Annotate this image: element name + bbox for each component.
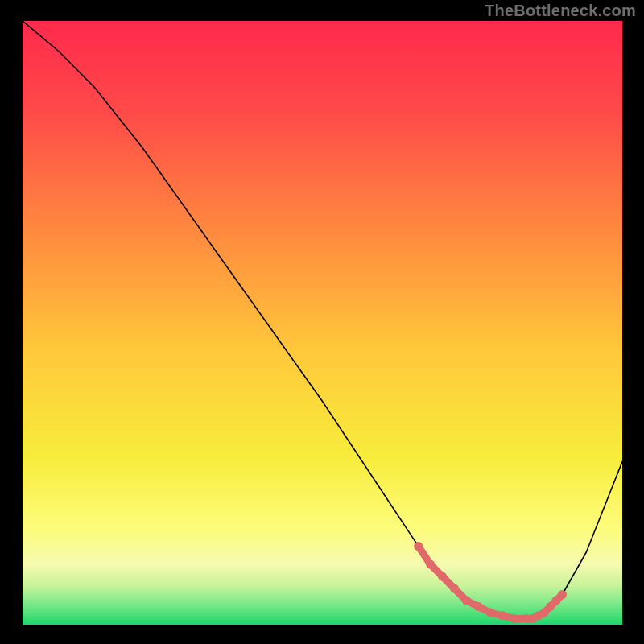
optimal-marker-dot: [438, 572, 447, 581]
optimal-marker-dot: [558, 590, 567, 599]
bottleneck-chart: [23, 21, 622, 625]
optimal-marker-dot: [510, 614, 518, 623]
optimal-marker-dot: [474, 602, 483, 611]
watermark-label: TheBottleneck.com: [485, 2, 636, 20]
optimal-marker-dot: [486, 609, 495, 617]
optimal-marker-dot: [414, 542, 423, 551]
chart-svg: [23, 21, 622, 625]
optimal-marker-dot: [498, 611, 507, 620]
optimal-marker-dot: [426, 560, 435, 569]
optimal-marker-dot: [450, 584, 459, 593]
gradient-backdrop: [23, 21, 622, 625]
optimal-marker-dot: [462, 597, 471, 605]
chart-stage: TheBottleneck.com: [0, 0, 644, 644]
